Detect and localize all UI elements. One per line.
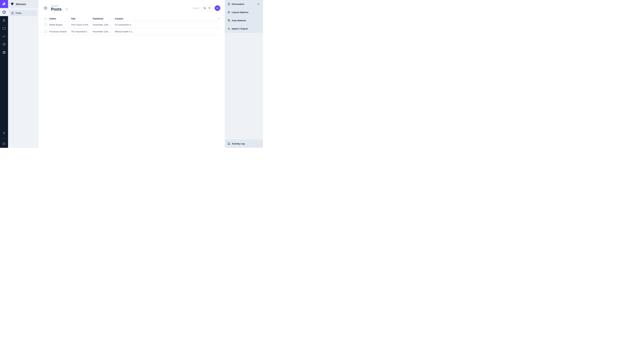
import-export-icon: [227, 27, 230, 30]
cell-content: As companies e...: [113, 21, 135, 28]
account-button[interactable]: [0, 140, 8, 148]
select-all-cell: [43, 16, 49, 21]
database-icon: [44, 7, 47, 9]
title-block: Content Posts: [51, 5, 68, 11]
nav-item-label: Posts: [16, 12, 22, 14]
plus-icon: [217, 17, 220, 20]
table-row[interactable]: Fernanda Alvarez The Importance ... Nove…: [43, 28, 220, 35]
items-count: 2 Items: [192, 7, 199, 9]
sidebar-section-label: Auto Refresh: [232, 19, 246, 22]
nav-item-posts[interactable]: Posts: [10, 10, 37, 16]
row-select-cell: [43, 28, 49, 35]
search-icon[interactable]: [203, 6, 206, 10]
sidebar-section-label: Layout Options: [232, 11, 248, 13]
column-header-published[interactable]: Published: [91, 16, 113, 21]
cell-author: Fernanda Alvarez: [49, 30, 70, 33]
add-column-button[interactable]: [217, 17, 220, 20]
module-bar: [0, 0, 8, 148]
select-all-checkbox[interactable]: [44, 17, 47, 20]
plus-icon: [216, 6, 219, 10]
module-insights[interactable]: [0, 32, 8, 40]
sync-disabled-icon: [227, 19, 230, 22]
page-title: Posts: [51, 7, 62, 11]
cell-title: The Future of Re...: [70, 21, 91, 28]
help-icon: [2, 42, 6, 46]
column-header-author[interactable]: Author: [49, 17, 70, 20]
row-select-cell: [43, 21, 49, 28]
add-item-button[interactable]: [215, 5, 220, 11]
layers-icon: [227, 11, 230, 14]
close-icon[interactable]: [257, 3, 260, 5]
module-users[interactable]: [0, 16, 8, 24]
project-name: Directus: [16, 3, 26, 5]
collections-list: Posts: [8, 8, 38, 18]
right-sidebar: Information Layout Options: [225, 0, 263, 148]
sidebar-section-auto-refresh[interactable]: Auto Refresh: [225, 16, 263, 25]
collection-icon-button[interactable]: [43, 5, 48, 11]
module-bar-spacer: [0, 56, 8, 129]
insights-icon: [2, 34, 6, 38]
cell-author: Nadia Bogart: [49, 23, 70, 26]
sidebar-section-label: Information: [232, 3, 244, 5]
cell-published: November 12th, ...: [91, 21, 113, 28]
row-checkbox[interactable]: [44, 30, 47, 33]
activity-log-icon: [227, 142, 230, 145]
cell-content: Mental health is j...: [113, 28, 135, 35]
page-header: Content Posts 2 Items: [38, 0, 225, 16]
directus-rabbit-icon: [2, 1, 6, 6]
filter-icon[interactable]: [208, 6, 211, 10]
sidebar-section-information[interactable]: Information: [225, 0, 263, 8]
bookmark-icon[interactable]: [66, 8, 68, 11]
project-header[interactable]: Directus: [8, 0, 38, 8]
table-header-row: Author Title Published Content: [43, 16, 220, 21]
users-icon: [2, 18, 6, 22]
account-circle-icon: [2, 142, 6, 146]
breadcrumb: Content: [51, 5, 68, 7]
notifications-button[interactable]: [0, 129, 8, 137]
module-files[interactable]: [0, 24, 8, 32]
module-help[interactable]: [0, 40, 8, 48]
cell-published: November 11th, ...: [91, 28, 113, 35]
nav-panel: Directus Posts: [8, 0, 38, 148]
sidebar-section-layout-options[interactable]: Layout Options: [225, 8, 263, 16]
database-icon: [11, 12, 14, 14]
chevron-down-icon[interactable]: [257, 27, 260, 30]
info-icon: [227, 2, 230, 6]
folder-icon: [2, 26, 6, 30]
column-divider: [135, 16, 135, 21]
sidebar-activity-log[interactable]: Activity Log: [225, 140, 263, 148]
fan-icon: [10, 2, 14, 6]
row-checkbox[interactable]: [44, 23, 47, 26]
bell-icon: [2, 131, 6, 135]
search-filter-pill: [201, 5, 213, 11]
module-bar-divider: [1, 138, 7, 139]
column-header-title[interactable]: Title: [70, 16, 91, 21]
sidebar-section-import-export[interactable]: Import / Export: [225, 25, 263, 33]
directus-logo-button[interactable]: [0, 0, 8, 8]
chevron-down-icon[interactable]: [257, 11, 260, 13]
gear-icon: [2, 50, 6, 54]
main-content: Content Posts 2 Items: [38, 0, 225, 148]
table-row[interactable]: Nadia Bogart The Future of Re... Novembe…: [43, 21, 220, 28]
module-settings[interactable]: [0, 48, 8, 56]
sidebar-empty-area: [225, 33, 263, 140]
column-header-content[interactable]: Content: [113, 16, 135, 21]
cell-title: The Importance ...: [70, 28, 91, 35]
chevron-down-icon[interactable]: [257, 19, 260, 22]
items-table: Author Title Published Content Nadia Bog…: [43, 16, 220, 35]
module-content[interactable]: [0, 8, 8, 16]
box-icon: [2, 10, 6, 14]
sidebar-section-label: Import / Export: [232, 27, 248, 30]
activity-log-label: Activity Log: [232, 142, 245, 145]
